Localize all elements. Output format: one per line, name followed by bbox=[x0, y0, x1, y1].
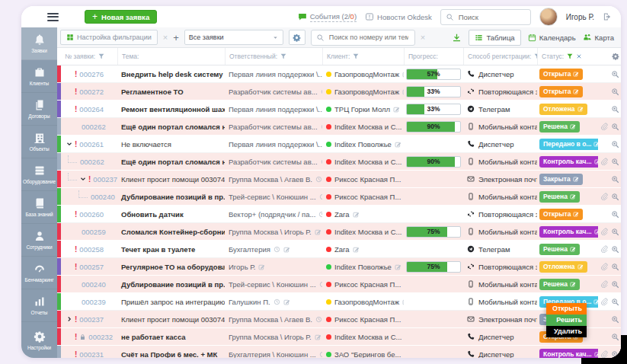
ticket-row[interactable]: 000240Дублирование позиций в пр...Трей-с… bbox=[57, 276, 621, 293]
pencil-icon[interactable] bbox=[570, 193, 576, 200]
status-badge[interactable]: Решена bbox=[539, 191, 580, 203]
view-calendar-button[interactable]: Календарь bbox=[528, 34, 576, 42]
gear-icon[interactable] bbox=[612, 53, 619, 60]
ticket-number-link[interactable]: 000264 bbox=[79, 105, 104, 113]
clear-status-filter-icon[interactable] bbox=[576, 53, 582, 59]
ticket-row[interactable]: 000240Дублирование позиций в пр...Трей-с… bbox=[57, 188, 621, 206]
ticket-number-link[interactable]: 000262 bbox=[80, 158, 104, 166]
zoomplus-icon[interactable] bbox=[611, 245, 619, 254]
filter-funnel-icon[interactable] bbox=[280, 53, 286, 59]
pencil-icon[interactable] bbox=[315, 334, 321, 340]
pencil-icon[interactable] bbox=[395, 141, 401, 148]
context-menu-item-delete[interactable]: Удалить bbox=[546, 326, 587, 337]
ticket-number-link[interactable]: 000260 bbox=[79, 210, 104, 219]
view-map-button[interactable]: Карта bbox=[583, 33, 614, 42]
chevdown-icon[interactable] bbox=[66, 141, 72, 147]
ticket-row[interactable]: 000262Ещё один портал сломался н...Разра… bbox=[57, 153, 621, 171]
menu-hamburger-icon[interactable] bbox=[47, 13, 59, 21]
zoomplus-icon[interactable] bbox=[611, 315, 619, 324]
sidebar-item-equipment[interactable]: Оборудование bbox=[21, 158, 57, 191]
ticket-search-input[interactable] bbox=[328, 33, 410, 42]
ticket-row[interactable]: 000239Пришёл запрос на интеграцию ...Гал… bbox=[57, 293, 621, 311]
user-name[interactable]: Игорь Р. bbox=[566, 13, 594, 21]
pencil-icon[interactable] bbox=[573, 88, 579, 94]
logout-icon[interactable] bbox=[603, 12, 612, 21]
ticket-number-link[interactable]: 000237 bbox=[93, 175, 117, 184]
pencil-icon[interactable] bbox=[573, 176, 579, 182]
pencil-icon[interactable] bbox=[395, 263, 401, 270]
ticket-row[interactable]: !000261Не включаетсяПервая линия поддерж… bbox=[57, 136, 621, 153]
zoomplus-icon[interactable] bbox=[611, 228, 619, 236]
saved-filter-select[interactable]: Все заявки bbox=[184, 30, 283, 45]
ticket-number-link[interactable]: 000257 bbox=[79, 263, 104, 271]
zoomplus-icon[interactable] bbox=[611, 280, 619, 289]
ticket-row[interactable]: !000237Клиент просит помощи 003074...Гру… bbox=[57, 171, 621, 188]
avatar[interactable] bbox=[539, 8, 558, 26]
zoomplus-icon[interactable] bbox=[611, 210, 619, 219]
status-badge[interactable]: Передано в о... bbox=[539, 139, 598, 150]
zoomplus-icon[interactable] bbox=[611, 105, 619, 113]
news-link[interactable]: Новости Okdesk bbox=[365, 12, 432, 21]
zoomplus-icon[interactable] bbox=[611, 333, 619, 341]
pencil-icon[interactable] bbox=[283, 246, 290, 253]
pencil-icon[interactable] bbox=[577, 263, 584, 270]
filter-settings-button[interactable]: Настройка фильтрации bbox=[60, 30, 158, 45]
status-badge[interactable]: Закрыта bbox=[539, 174, 583, 185]
status-badge[interactable]: Решена bbox=[539, 279, 580, 290]
ticket-number-link[interactable]: 000239 bbox=[82, 298, 106, 306]
sidebar-item-clients[interactable]: Клиенты bbox=[21, 60, 57, 93]
view-table-button[interactable]: Таблица bbox=[469, 30, 520, 46]
ticket-number-link[interactable]: 000232 bbox=[88, 333, 113, 341]
ticket-row[interactable]: !000272Регламентное ТОРазработчик систем… bbox=[57, 83, 621, 101]
pencil-icon[interactable] bbox=[577, 106, 584, 112]
status-badge[interactable]: Контроль кач... bbox=[539, 226, 598, 238]
ticket-row[interactable]: !000231Счёт на Профи 6 мес. + МКБухгалте… bbox=[57, 346, 621, 358]
events-link[interactable]: События (2/0) bbox=[298, 12, 357, 22]
ticket-number-link[interactable]: 000276 bbox=[79, 70, 104, 78]
sidebar-item-reports[interactable]: Отчеты bbox=[21, 289, 57, 322]
add-filter-icon[interactable] bbox=[173, 32, 179, 43]
zoomplus-icon[interactable] bbox=[611, 140, 619, 148]
ticket-row[interactable]: !000260Обновить датчикВектор+ (подрядчик… bbox=[57, 206, 621, 223]
filter-funnel-icon[interactable] bbox=[353, 53, 359, 59]
pencil-icon[interactable] bbox=[570, 123, 576, 129]
pencil-icon[interactable] bbox=[353, 211, 360, 218]
new-ticket-button[interactable]: Новая заявка bbox=[85, 10, 157, 24]
filter-gear-button[interactable] bbox=[289, 30, 306, 45]
context-menu-item-open[interactable]: Открыть bbox=[546, 303, 587, 315]
ticket-number-link[interactable]: 000262 bbox=[82, 123, 106, 131]
ticket-number-link[interactable]: 000259 bbox=[82, 228, 106, 236]
pencil-icon[interactable] bbox=[570, 281, 576, 287]
ticket-number-link[interactable]: 000272 bbox=[79, 88, 104, 96]
zoomplus-icon[interactable] bbox=[611, 158, 619, 166]
ticket-row[interactable]: !000237Клиент просит помощи 003074...Гру… bbox=[57, 311, 621, 328]
status-badge[interactable]: Решена bbox=[539, 244, 580, 255]
ticket-number-link[interactable]: 000237 bbox=[79, 315, 104, 324]
pencil-icon[interactable] bbox=[353, 246, 360, 253]
zoomplus-icon[interactable] bbox=[611, 298, 619, 306]
ticket-row[interactable]: !000232не работает кассаГруппа Москва \ … bbox=[57, 328, 621, 346]
status-badge[interactable]: Отложена bbox=[539, 261, 587, 273]
pencil-icon[interactable] bbox=[573, 211, 579, 217]
status-badge[interactable]: Открыта bbox=[539, 86, 583, 97]
zoomplus-icon[interactable] bbox=[611, 263, 619, 271]
pencil-icon[interactable] bbox=[315, 228, 321, 235]
status-badge[interactable]: Контроль кач... bbox=[539, 349, 598, 359]
ticket-row[interactable]: !000258Течет кран в туалетеБухгалтерияZa… bbox=[57, 241, 621, 258]
zoomplus-icon[interactable] bbox=[611, 175, 619, 184]
sidebar-item-objects[interactable]: Объекты bbox=[21, 126, 57, 158]
ticket-number-link[interactable]: 000240 bbox=[82, 280, 106, 289]
ticket-row[interactable]: 000259Сломался Контейнер-сборни...Группа… bbox=[57, 223, 621, 241]
export-icon[interactable] bbox=[452, 33, 462, 43]
sidebar-item-employees[interactable]: Сотрудники bbox=[21, 224, 57, 257]
pencil-icon[interactable] bbox=[258, 263, 265, 270]
ticket-row[interactable]: 000262Ещё один портал сломался н...Разра… bbox=[57, 118, 621, 136]
pencil-icon[interactable] bbox=[393, 106, 400, 113]
status-badge[interactable]: Открыта bbox=[539, 209, 583, 220]
pencil-icon[interactable] bbox=[573, 71, 579, 77]
zoomplus-icon[interactable] bbox=[611, 123, 619, 131]
ticket-number-link[interactable]: 000261 bbox=[79, 140, 104, 148]
ticket-number-link[interactable]: 000231 bbox=[79, 350, 104, 359]
ticket-row[interactable]: !000257Регулярное ТО на оборудован...Иго… bbox=[57, 258, 621, 276]
status-badge[interactable]: Решена bbox=[539, 121, 580, 133]
